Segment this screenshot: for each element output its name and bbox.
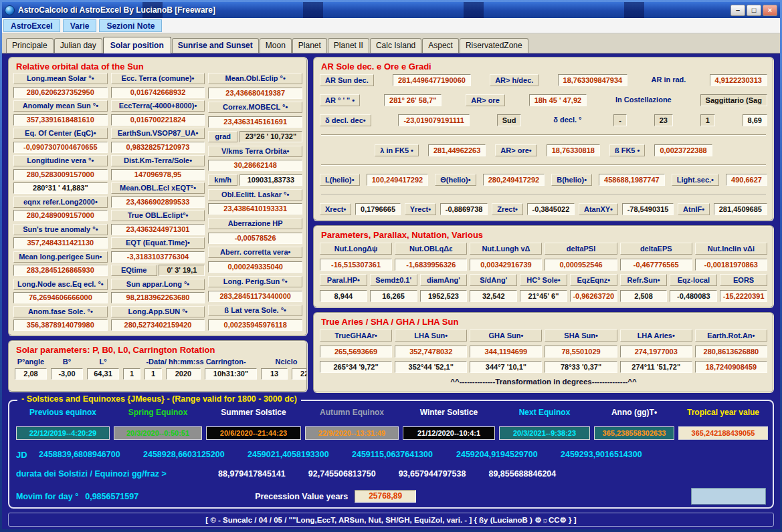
data-cell[interactable]: 18,763309847934: [558, 74, 628, 86]
data-cell[interactable]: -: [613, 114, 627, 126]
aries-value[interactable]: 265,5693669: [320, 346, 392, 358]
param-value[interactable]: 1952,523: [420, 290, 468, 302]
tab[interactable]: Planet II: [328, 38, 369, 53]
tab[interactable]: Sunrise and Sunset: [172, 38, 259, 53]
param-value[interactable]: 1: [144, 368, 162, 380]
data-cell[interactable]: 23,4386410193331: [208, 203, 302, 215]
data-cell[interactable]: 283,2845126865930: [13, 265, 108, 276]
data-cell[interactable]: -3,3183103776304: [111, 251, 205, 263]
data-cell[interactable]: 100,249417292: [367, 174, 428, 186]
data-cell[interactable]: 357,3391618481610: [13, 114, 108, 126]
data-cell[interactable]: -0,8869738: [440, 203, 488, 215]
aries-value[interactable]: 344°7 '10,1": [470, 361, 542, 373]
data-cell[interactable]: 0,98328257120973: [111, 142, 205, 153]
data-cell[interactable]: 98,2183962263680: [111, 292, 205, 303]
data-cell[interactable]: 0,1796665: [355, 203, 401, 215]
aries-value[interactable]: 274°11 '51,72": [620, 361, 692, 373]
data-cell[interactable]: 0,0023722388: [654, 144, 712, 156]
aries-value[interactable]: 352,7478032: [395, 346, 467, 358]
data-cell[interactable]: 281,44962263: [428, 144, 486, 156]
data-cell[interactable]: 30,28662148: [208, 160, 302, 171]
param-value[interactable]: -0,00181970863: [695, 259, 767, 271]
data-cell[interactable]: 23°26 ' 10,732": [239, 131, 302, 142]
aries-value[interactable]: 78°33 '0,37": [545, 361, 617, 373]
data-cell[interactable]: 283,28451173440000: [208, 291, 302, 302]
aries-value[interactable]: 344,1194699: [470, 346, 542, 358]
param-value[interactable]: 13: [261, 368, 288, 380]
minimize-button[interactable]: –: [730, 5, 745, 16]
param-value[interactable]: 0,000952546: [545, 259, 617, 271]
data-cell[interactable]: 0,00235945976118: [208, 319, 302, 331]
data-cell[interactable]: 23,4366902899533: [111, 196, 205, 208]
param-value[interactable]: -0,467776565: [620, 259, 692, 271]
data-cell[interactable]: 0,016742668932: [111, 87, 205, 98]
data-cell[interactable]: 281,4509685: [714, 203, 767, 215]
data-cell[interactable]: 0' 3' 19,1: [159, 265, 205, 276]
param-value[interactable]: -0,480083: [670, 290, 717, 302]
data-cell[interactable]: 0,016700221824: [111, 114, 205, 126]
data-cell[interactable]: Sud: [497, 114, 522, 126]
data-cell[interactable]: 23,4363145161691: [208, 116, 302, 128]
data-cell[interactable]: -0,0907307004670655: [13, 142, 108, 153]
menu-item[interactable]: Varie: [63, 19, 97, 32]
data-cell[interactable]: 0,000249335040: [208, 261, 302, 273]
aries-value[interactable]: 265°34 '9,72": [320, 361, 392, 373]
tab[interactable]: RiservatedZone: [460, 38, 528, 53]
solstice-value[interactable]: 22/9/2020--13:31:49: [305, 426, 399, 440]
aries-value[interactable]: 280,8613626880: [695, 346, 767, 358]
aries-value[interactable]: 352°44 '52,1": [395, 361, 467, 373]
menu-item[interactable]: AstroExcel: [3, 19, 60, 32]
data-cell[interactable]: 280°31 ' 41,883": [13, 182, 108, 194]
tab[interactable]: Planet: [292, 38, 327, 53]
data-cell[interactable]: 356,3878914079980: [13, 319, 108, 331]
empty-input-field[interactable]: [691, 488, 766, 505]
param-value[interactable]: -0,96263720: [570, 290, 617, 302]
aries-value[interactable]: 18,7240908459: [695, 361, 767, 373]
solstice-value[interactable]: 20/3/2021--9:38:23: [499, 426, 590, 440]
data-cell[interactable]: 76,2694606666000: [13, 292, 108, 303]
param-value[interactable]: 2020: [166, 368, 201, 380]
solstice-value[interactable]: 21/12/2020--10:4:1: [403, 426, 495, 440]
data-cell[interactable]: 280,249417292: [483, 174, 545, 186]
data-cell[interactable]: 8,69: [743, 114, 767, 126]
solstice-value[interactable]: 22/12/2019--4:20:29: [16, 426, 110, 440]
data-cell[interactable]: 109031,83733: [239, 174, 302, 186]
data-cell[interactable]: 357,2484311421130: [13, 237, 108, 249]
param-value[interactable]: 2225,82: [292, 368, 308, 380]
data-cell[interactable]: 23,4363244971301: [111, 224, 205, 235]
data-cell[interactable]: 490,6627: [726, 174, 767, 186]
param-value[interactable]: -3,00: [51, 368, 83, 380]
param-value[interactable]: 32,542: [470, 290, 517, 302]
param-value[interactable]: 10h31:30": [205, 368, 257, 380]
tab[interactable]: Moon: [260, 38, 292, 53]
data-cell[interactable]: 18,76330818: [547, 144, 600, 156]
data-cell[interactable]: 280,5273402159420: [111, 319, 205, 331]
data-cell[interactable]: 280,2489009157000: [13, 210, 108, 221]
param-value[interactable]: -15,2220391: [720, 290, 767, 302]
solstice-value[interactable]: 365,238558302633: [594, 426, 674, 440]
menu-item[interactable]: Sezioni Note: [99, 19, 162, 32]
data-cell[interactable]: 458688,1987747: [599, 174, 665, 186]
param-value[interactable]: -1,6839956326: [395, 259, 467, 271]
param-value[interactable]: 2,508: [620, 290, 668, 302]
data-cell[interactable]: -23,019079191111: [398, 114, 470, 126]
data-cell[interactable]: 147096978,95: [111, 169, 205, 180]
data-cell[interactable]: -0,3845022: [527, 203, 575, 215]
param-value[interactable]: -16,515307361: [320, 259, 392, 271]
precession-value-field[interactable]: 25768,89: [355, 490, 416, 503]
data-cell[interactable]: 1: [700, 114, 715, 126]
data-cell[interactable]: 280,6206237352950: [13, 87, 108, 98]
aries-value[interactable]: 78,5501029: [545, 346, 617, 358]
solstice-value[interactable]: 20/6/2020--21:44:23: [206, 426, 301, 440]
data-cell[interactable]: 18h 45 ' 47,92: [529, 94, 587, 106]
data-cell[interactable]: -0,00578526: [208, 233, 302, 244]
data-cell[interactable]: 23: [654, 114, 673, 126]
solstice-value[interactable]: 365,242188439055: [678, 426, 768, 440]
data-cell[interactable]: 23,436680419387: [208, 88, 302, 99]
tab[interactable]: Aspect: [422, 38, 459, 53]
param-value[interactable]: 16,265: [370, 290, 417, 302]
data-cell[interactable]: -78,5490315: [622, 203, 674, 215]
tab[interactable]: Principale: [6, 38, 54, 53]
maximize-button[interactable]: □: [747, 5, 761, 16]
data-cell[interactable]: 281,4496477190060: [393, 74, 471, 86]
